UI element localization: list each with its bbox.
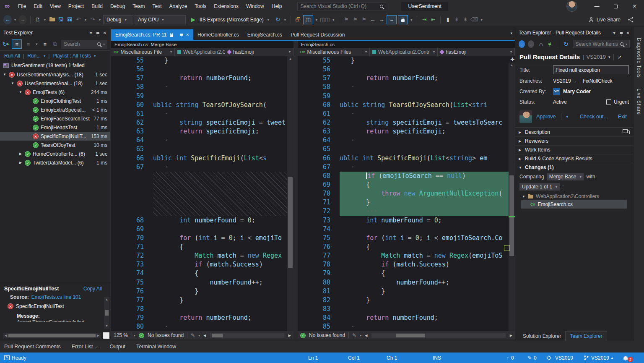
test-tree-row-tearsofjoytest[interactable]: ✓TearsOfJoyTest10 ms	[0, 141, 110, 149]
nav-dropdown-webapplication2-c[interactable]: WebApplication2.C▾	[175, 48, 225, 56]
code-line[interactable]: 79 return numberFound;	[111, 313, 293, 322]
code-line[interactable]: 57 return numberFound;	[298, 74, 509, 83]
nav-dropdown-miscellaneous-file[interactable]: C#Miscellaneous File▾	[111, 48, 175, 56]
save-icon[interactable]: 🖫	[57, 15, 65, 24]
left-code-area[interactable]: 55 }5657 return numberFound;58 ·5960ubli…	[111, 56, 293, 331]
section-build-code-analysis-results[interactable]: ▶Build & Code Analysis Results	[515, 154, 633, 163]
code-line[interactable]: 55 }	[298, 56, 509, 65]
code-line[interactable]: 70 for (int i = 0; i < emojiTo	[111, 234, 293, 243]
run-caret-icon[interactable]: ▾	[44, 54, 45, 58]
forward-icon[interactable]: →	[528, 40, 534, 48]
menu-window[interactable]: Window	[242, 0, 268, 13]
preview-changes-icon[interactable]: 🗗	[294, 15, 302, 24]
undo-caret[interactable]: ▾	[83, 15, 88, 24]
code-line[interactable]: 74 {	[111, 269, 293, 278]
nav-dropdown-miscellaneous-files[interactable]: C#Miscellaneous Files▾	[298, 48, 370, 56]
code-line[interactable]: 56	[298, 65, 509, 74]
code-line[interactable]: 62 string specificEmoji = tweetsToSearc	[298, 118, 509, 127]
comment-icon-1[interactable]: ⚑	[343, 15, 350, 24]
close-icon[interactable]: ✕	[186, 33, 190, 37]
test-tree-row-usersentimentanal-18[interactable]: ▼✕UserSentimentAnal... (18)1 sec	[0, 79, 110, 88]
test-explorer-header[interactable]: Test Explorer ▾ ✕	[0, 27, 110, 38]
pending-edits-indicator[interactable]: ✎0	[527, 353, 537, 363]
code-line[interactable]: 74	[298, 225, 509, 234]
menu-file[interactable]: File	[14, 0, 30, 13]
split-window-icon[interactable]: ✚	[510, 57, 514, 63]
code-line[interactable]: 68 int numberFound = 0;	[111, 216, 293, 225]
code-line[interactable]: 64 ·	[111, 136, 293, 145]
context-caret-icon[interactable]: ▾	[608, 55, 610, 59]
team-explorer-header[interactable]: Team Explorer - Pull Request Details ▾ ✕	[515, 27, 633, 38]
test-tree-row-emojiextraspecial[interactable]: ✓EmojiExtraSpecial...< 1 ms	[0, 105, 110, 114]
tab-live-share[interactable]: Live Share	[636, 89, 642, 115]
navigate-back-icon[interactable]: ←	[3, 15, 12, 24]
run-link[interactable]: Run...	[27, 53, 41, 59]
code-line[interactable]: 80 ·	[111, 322, 293, 331]
configuration-dropdown[interactable]: Debug ▾	[103, 15, 133, 24]
code-line[interactable]: 83	[298, 305, 509, 313]
expander-icon[interactable]: ▶	[18, 152, 23, 156]
test-tree-row-emojifacesearchtest[interactable]: ✓EmojiFaceSearchTest77 ms	[0, 114, 110, 123]
section-expander-icon[interactable]: ▶	[519, 148, 522, 152]
branch-indicator[interactable]: VS2019 ▴	[584, 353, 613, 363]
indent-icon-1[interactable]: ⇥	[421, 15, 428, 24]
code-line[interactable]: 66ublic int SpecificEmoji(List<string> e…	[298, 154, 509, 163]
incoming-commits-indicator[interactable]: ↑0	[506, 353, 514, 363]
test-tree-row-twitterdatamodel-6[interactable]: ▶✓TwitterDataModel... (6)1 ms	[0, 158, 110, 167]
hscroll-left-icon[interactable]: ◀	[365, 334, 367, 337]
bottom-tab-terminal-window[interactable]: Terminal Window	[136, 344, 176, 350]
section-expander-icon[interactable]: ▼	[519, 166, 522, 170]
test-tree-row-homecontrollerte-6[interactable]: ▶✓HomeControllerTe... (6)1 sec	[0, 149, 110, 158]
tab-emojisearch-cs[interactable]: EmojiSearch.cs	[243, 29, 286, 40]
code-line[interactable]: 77 Match match = new Regex(emojiToS	[298, 251, 509, 260]
bookmark-icon[interactable]: ▮	[444, 15, 452, 24]
right-horizontal-scrollbar[interactable]	[371, 333, 506, 338]
panel-menu-caret-icon[interactable]: ▾	[90, 31, 92, 35]
pin-icon[interactable]	[180, 34, 183, 36]
open-folder-icon[interactable]	[48, 15, 56, 24]
user-avatar[interactable]	[566, 1, 577, 12]
menu-tools[interactable]: Tools	[191, 0, 210, 13]
code-line[interactable]: 80 numberFound++;	[298, 278, 509, 287]
next-bookmark-icon[interactable]: ⇟	[462, 15, 469, 24]
code-line[interactable]: 76 }	[111, 287, 293, 296]
section-work-items[interactable]: ▶Work Items	[515, 145, 633, 154]
close-icon[interactable]: ✕	[626, 31, 630, 35]
left-vertical-scrollbar[interactable]: ▲	[287, 56, 293, 331]
lock-diff-icon[interactable]	[398, 15, 408, 24]
bottom-tab-error-list[interactable]: Error List ...	[72, 344, 99, 350]
hierarchy-icon[interactable]: ≡	[24, 39, 32, 49]
code-line[interactable]: 71 {	[111, 243, 293, 251]
code-line[interactable]: 82 }	[298, 296, 509, 305]
urgent-checkbox[interactable]	[606, 99, 611, 104]
menu-test[interactable]: Test	[149, 0, 166, 13]
back-icon[interactable]: ←	[519, 40, 525, 48]
pin-icon[interactable]	[620, 32, 623, 34]
menu-build[interactable]: Build	[88, 0, 106, 13]
code-line[interactable]: 79 {	[298, 269, 509, 278]
group-by-icon[interactable]: ≡	[41, 39, 49, 49]
navigate-back-caret[interactable]: ▾	[13, 15, 17, 24]
menu-debug[interactable]: Debug	[106, 0, 129, 13]
undo-icon[interactable]: ↶	[75, 15, 82, 24]
test-tree-row-usersentimentanalysis-18[interactable]: ▼✕UserSentimentAnalysis... (18)1 sec	[0, 70, 110, 79]
code-line[interactable]: 72 ···	[298, 207, 509, 216]
test-tree-row-specificemojinullt[interactable]: ✕SpecificEmojiNullT...153 ms	[0, 132, 110, 141]
approve-caret-icon[interactable]: ▾	[566, 115, 569, 119]
section-changes-1[interactable]: ▼Changes (1)	[515, 163, 633, 172]
expander-icon[interactable]: ▶	[18, 161, 23, 165]
pr-title-input[interactable]: Fixed null exception	[553, 65, 629, 74]
code-line[interactable]: 61 ·	[111, 110, 293, 118]
hscroll-right-icon[interactable]: ▶	[288, 334, 291, 337]
code-line[interactable]: 64 ·	[298, 136, 509, 145]
test-search-input[interactable]: Search ▾	[61, 40, 107, 49]
start-debugging-button[interactable]: ▶ IIS Express (Microsoft Edge) ▾	[187, 15, 273, 24]
comments-icon[interactable]	[624, 131, 630, 134]
check-out-button[interactable]: Check out...	[580, 114, 608, 120]
section-expander-icon[interactable]: ▶	[519, 157, 522, 161]
right-code-area[interactable]: 55 }5657 return numberFound;58 ·5960ubli…	[298, 56, 509, 331]
close-icon[interactable]: ✕	[103, 31, 106, 35]
code-line[interactable]: 68 if (emojiToSearch == null)	[298, 172, 509, 180]
menu-extensions[interactable]: Extensions	[210, 0, 242, 13]
code-cleanup-icon[interactable]: ✎	[352, 332, 356, 338]
